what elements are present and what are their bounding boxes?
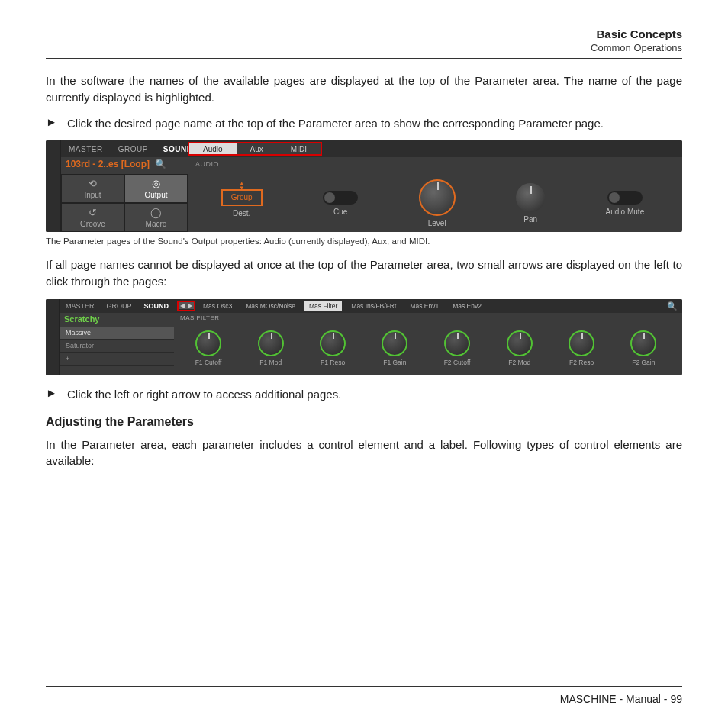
mute-toggle[interactable]: [607, 191, 643, 205]
scope-group[interactable]: GROUP: [101, 302, 138, 310]
knob-label: F1 Gain: [383, 359, 406, 366]
param-knob: F2 Reso: [569, 330, 594, 366]
param-knob: F1 Reso: [320, 330, 346, 366]
param-knob: F1 Mod: [258, 330, 284, 366]
page-next-icon[interactable]: ▶: [186, 302, 194, 309]
paragraph-1: In the software the names of the availab…: [46, 72, 682, 106]
knob-label: F1 Mod: [259, 359, 282, 366]
scope-sound[interactable]: SOUND: [138, 302, 176, 310]
knob[interactable]: [320, 330, 346, 356]
knob[interactable]: [195, 330, 221, 356]
scope-group[interactable]: GROUP: [111, 145, 156, 153]
plugin-list: Massive Saturator +: [60, 327, 174, 366]
pan-knob[interactable]: [516, 183, 545, 212]
output-icon: ◎: [152, 178, 160, 189]
page-tabs: Mas Osc3Mas MOsc/NoiseMas FilterMas Ins/…: [198, 301, 667, 311]
up-down-icon[interactable]: ▲▼: [239, 182, 245, 191]
knob-label: F1 Cutoff: [195, 359, 222, 366]
page-header: Basic Concepts Common Operations: [46, 27, 682, 59]
page-tab[interactable]: Mas Filter: [304, 301, 342, 311]
parameter-row: ▲▼ Group Dest. Cue Level Pan: [191, 174, 675, 232]
sound-name[interactable]: Scratchy: [64, 314, 99, 324]
param-knob: F2 Mod: [507, 330, 533, 366]
search-icon[interactable]: 🔍: [155, 159, 166, 169]
page-footer: MASCHINE - Manual - 99: [46, 686, 682, 705]
param-dest: ▲▼ Group Dest.: [221, 189, 263, 217]
prop-groove[interactable]: ↺Groove: [61, 203, 124, 232]
knob-label: F1 Reso: [321, 359, 345, 366]
header-section: Basic Concepts: [46, 27, 682, 40]
param-mute: Audio Mute: [606, 191, 645, 216]
knob[interactable]: [569, 330, 594, 356]
knob[interactable]: [382, 330, 407, 356]
knob-label: F2 Mod: [508, 359, 530, 366]
tab-aux[interactable]: Aux: [237, 143, 277, 154]
input-icon: ⟲: [89, 178, 97, 189]
paragraph-3: In the Parameter area, each parameter in…: [46, 436, 682, 470]
screenshot-page-arrows: MASTER GROUP SOUND ◀ ▶ Mas Osc3Mas MOsc/…: [46, 299, 682, 375]
property-grid: ⟲Input ◎Output ↺Groove ◯Macro: [61, 174, 188, 232]
prop-macro[interactable]: ◯Macro: [124, 203, 188, 232]
dest-selector[interactable]: ▲▼ Group: [221, 189, 263, 206]
knob-label: F2 Reso: [569, 359, 594, 366]
section-label: MAS FILTER: [180, 314, 220, 321]
param-knob: F1 Gain: [382, 330, 407, 366]
page-tab[interactable]: Mas Osc3: [198, 301, 237, 311]
header-subsection: Common Operations: [46, 42, 682, 53]
search-icon[interactable]: 🔍: [667, 301, 678, 311]
groove-icon: ↺: [89, 207, 97, 218]
section-label: AUDIO: [195, 160, 219, 168]
param-level: Level: [419, 179, 456, 227]
param-pan: Pan: [516, 183, 545, 224]
knob[interactable]: [258, 330, 284, 356]
page-tab[interactable]: Mas MOsc/Noise: [241, 301, 300, 311]
page-tab[interactable]: Mas Env1: [405, 301, 443, 311]
page-arrows-highlight: ◀ ▶: [177, 301, 195, 311]
scope-master[interactable]: MASTER: [60, 302, 101, 310]
scope-master[interactable]: MASTER: [61, 145, 111, 153]
page-prev-icon[interactable]: ◀: [179, 302, 186, 309]
instruction-1: ► Click the desired page name at the top…: [46, 115, 682, 132]
knob[interactable]: [507, 330, 533, 356]
plugin-add[interactable]: +: [60, 353, 174, 366]
knob-label: F2 Gain: [632, 359, 655, 366]
param-knob: F2 Gain: [630, 330, 656, 366]
plugin-massive[interactable]: Massive: [60, 327, 174, 340]
page-tab[interactable]: Mas Env2: [448, 301, 486, 311]
level-knob[interactable]: [419, 179, 456, 216]
param-knob: F1 Cutoff: [195, 330, 222, 366]
prop-input[interactable]: ⟲Input: [61, 174, 124, 203]
sound-name[interactable]: 103rd - 2..es [Loop] 🔍: [66, 159, 166, 169]
play-icon: ►: [46, 386, 67, 403]
macro-icon: ◯: [150, 207, 162, 218]
page-tabs-highlight: Audio Aux MIDI: [188, 142, 322, 156]
tab-audio[interactable]: Audio: [189, 143, 237, 154]
play-icon: ►: [46, 115, 67, 132]
caption-1: The Parameter pages of the Sound's Outpu…: [46, 237, 682, 246]
paragraph-2: If all page names cannot be displayed at…: [46, 256, 682, 290]
knob-label: F2 Cutoff: [444, 359, 471, 366]
tab-midi[interactable]: MIDI: [277, 143, 321, 154]
param-knob: F2 Cutoff: [444, 330, 471, 366]
scope-bar: MASTER GROUP SOUND: [61, 140, 682, 157]
side-rail: [46, 140, 61, 232]
knob-row: F1 CutoffF1 ModF1 ResoF1 GainF2 CutoffF2…: [177, 325, 675, 372]
page-tab[interactable]: Mas Ins/FB/FRt: [346, 301, 401, 311]
param-cue: Cue: [323, 191, 358, 216]
heading-adjusting: Adjusting the Parameters: [46, 415, 682, 429]
instruction-2: ► Click the left or right arrow to acces…: [46, 386, 682, 403]
side-rail: [46, 299, 60, 375]
knob[interactable]: [444, 330, 470, 356]
plugin-saturator[interactable]: Saturator: [60, 340, 174, 353]
knob[interactable]: [630, 330, 656, 356]
prop-output[interactable]: ◎Output: [124, 174, 188, 203]
cue-toggle[interactable]: [323, 191, 358, 205]
screenshot-output-properties: MASTER GROUP SOUND Audio Aux MIDI 103rd …: [46, 140, 682, 232]
